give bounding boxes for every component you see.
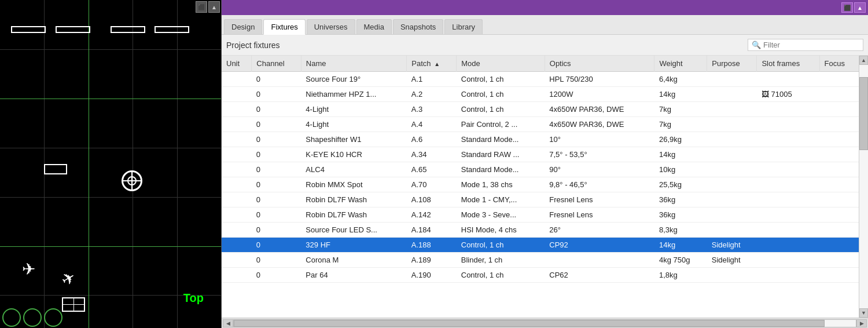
table-cell — [707, 177, 757, 192]
table-cell: 0 — [252, 223, 301, 238]
table-cell: 0 — [252, 117, 301, 132]
table-cell: 6,4kg — [654, 72, 707, 87]
table-row[interactable]: 0Corona MA.189Blinder, 1 ch4kg 750gSidel… — [222, 253, 859, 268]
table-cell — [222, 162, 252, 177]
table-cell: Robin MMX Spot — [301, 177, 406, 192]
table-cell — [545, 253, 654, 268]
tab-universes[interactable]: Universes — [307, 19, 355, 34]
table-cell — [819, 102, 859, 117]
col-purpose[interactable]: Purpose — [707, 56, 757, 72]
table-cell: A.2 — [407, 87, 457, 102]
right-maximize-btn[interactable]: ▲ — [854, 2, 866, 13]
col-channel[interactable]: Channel — [252, 56, 301, 72]
table-cell: 10kg — [654, 162, 707, 177]
h-scroll-track[interactable] — [233, 319, 856, 327]
table-cell: A.1 — [407, 72, 457, 87]
tab-media[interactable]: Media — [356, 19, 392, 34]
right-minimize-btn[interactable]: ⬛ — [841, 2, 853, 13]
table-row[interactable]: 0Par 64A.190Control, 1 chCP621,8kg — [222, 268, 859, 283]
table-cell: Control, 1 ch — [457, 238, 545, 253]
table-row[interactable]: 0Robin DL7F WashA.142Mode 3 - Seve...Fre… — [222, 207, 859, 223]
table-row[interactable]: 0Robin DL7F WashA.108Mode 1 - CMY,...Fre… — [222, 192, 859, 207]
scroll-up-arrow[interactable]: ▲ — [859, 56, 868, 65]
tab-fixtures[interactable]: Fixtures — [263, 19, 305, 35]
table-cell — [707, 192, 757, 207]
table-cell: Corona M — [301, 253, 406, 268]
table-cell — [707, 147, 757, 162]
table-row[interactable]: 0Source Four LED S...A.184HSI Mode, 4 ch… — [222, 223, 859, 238]
tab-library[interactable]: Library — [444, 19, 483, 34]
cad-element — [44, 164, 67, 174]
table-row[interactable]: 04-LightA.4Pair Control, 2 ...4x650W PAR… — [222, 117, 859, 132]
table-cell: 1200W — [545, 87, 654, 102]
table-cell: A.3 — [407, 102, 457, 117]
table-row[interactable]: 0ALC4A.65Standard Mode...90°10kg — [222, 162, 859, 177]
table-cell — [222, 253, 252, 268]
table-cell: 0 — [252, 72, 301, 87]
col-optics[interactable]: Optics — [545, 56, 654, 72]
table-cell — [757, 132, 819, 147]
table-cell: A.190 — [407, 268, 457, 283]
table-cell: Pair Control, 2 ... — [457, 117, 545, 132]
table-row[interactable]: 04-LightA.3Control, 1 ch4x650W PAR36, DW… — [222, 102, 859, 117]
table-cell — [222, 207, 252, 223]
col-patch[interactable]: Patch ▲ — [407, 56, 457, 72]
right-panel-titlebar: ⬛ ▲ — [222, 0, 868, 15]
horizontal-scrollbar[interactable]: ◀ ▶ — [222, 318, 868, 328]
sort-icon: ▲ — [434, 61, 440, 67]
table-cell: A.142 — [407, 207, 457, 223]
scroll-thumb[interactable] — [859, 77, 868, 150]
table-cell — [819, 162, 859, 177]
col-mode[interactable]: Mode — [457, 56, 545, 72]
table-cell: CP92 — [545, 238, 654, 253]
col-unit[interactable]: Unit — [222, 56, 252, 72]
cad-element — [56, 26, 90, 33]
scroll-right-arrow[interactable]: ▶ — [856, 319, 867, 327]
cad-menu-icon[interactable]: ≡ — [44, 308, 62, 327]
table-cell — [819, 192, 859, 207]
h-scroll-thumb[interactable] — [234, 320, 825, 327]
table-cell: 0 — [252, 87, 301, 102]
table-cell: Robin DL7F Wash — [301, 207, 406, 223]
table-row[interactable]: 0Robin MMX SpotA.70Mode 1, 38 chs9,8° - … — [222, 177, 859, 192]
cad-info-icon[interactable]: ℹ — [23, 308, 42, 327]
table-cell: Robin DL7F Wash — [301, 192, 406, 207]
table-cell: K-EYE K10 HCR — [301, 147, 406, 162]
table-cell: 0 — [252, 177, 301, 192]
tab-design[interactable]: Design — [224, 19, 262, 34]
table-cell — [707, 87, 757, 102]
table-cell — [222, 268, 252, 283]
table-cell: 0 — [252, 132, 301, 147]
sub-header: Project fixtures 🔍 — [222, 35, 868, 56]
table-row[interactable]: 0Shapeshifter W1A.6Standard Mode...10°26… — [222, 132, 859, 147]
cad-phone-icon[interactable]: ☎ — [2, 308, 21, 327]
table-cell — [819, 72, 859, 87]
table-row[interactable]: 0Niethammer HPZ 1...A.2Control, 1 ch1200… — [222, 87, 859, 102]
col-weight[interactable]: Weight — [654, 56, 707, 72]
col-focus[interactable]: Focus — [819, 56, 859, 72]
table-cell: HSI Mode, 4 chs — [457, 223, 545, 238]
tab-snapshots[interactable]: Snapshots — [393, 19, 443, 34]
table-cell: 0 — [252, 192, 301, 207]
scroll-left-arrow[interactable]: ◀ — [223, 319, 233, 327]
right-panel: ⬛ ▲ Design Fixtures Universes Media Snap… — [222, 0, 868, 328]
table-cell — [222, 117, 252, 132]
table-row[interactable]: 0Source Four 19°A.1Control, 1 chHPL 750/… — [222, 72, 859, 87]
table-container[interactable]: Unit Channel Name Patch ▲ Mode Optics We… — [222, 56, 859, 318]
table-row[interactable]: 0329 HFA.188Control, 1 chCP9214kgSidelig… — [222, 238, 859, 253]
cad-panel: ⬛ ▲ ✈ ✈ — [0, 0, 222, 328]
table-cell: A.4 — [407, 117, 457, 132]
col-slotframes[interactable]: Slot frames — [757, 56, 819, 72]
table-cell: Standard RAW ... — [457, 147, 545, 162]
table-cell: Control, 1 ch — [457, 102, 545, 117]
filter-box[interactable]: 🔍 — [748, 39, 863, 51]
col-name[interactable]: Name — [301, 56, 406, 72]
scroll-down-arrow[interactable]: ▼ — [859, 308, 868, 318]
table-cell — [757, 207, 819, 223]
filter-input[interactable] — [763, 41, 860, 49]
table-row[interactable]: 0K-EYE K10 HCRA.34Standard RAW ...7,5° -… — [222, 147, 859, 162]
table-cell — [819, 207, 859, 223]
scroll-track[interactable] — [859, 65, 868, 308]
vertical-scrollbar[interactable]: ▲ ▼ — [859, 56, 868, 318]
table-cell: A.6 — [407, 132, 457, 147]
